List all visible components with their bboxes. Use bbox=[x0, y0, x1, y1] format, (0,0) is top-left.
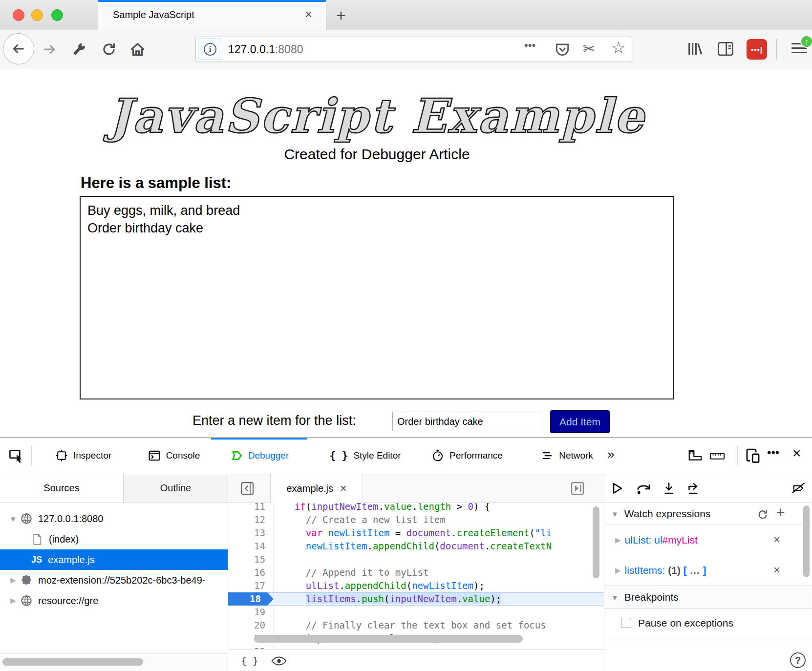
code-line: 22 bbox=[228, 645, 604, 649]
blackbox-eye-icon[interactable] bbox=[271, 656, 287, 666]
active-devtool-tab-indicator bbox=[211, 438, 307, 440]
line-number[interactable]: 12 bbox=[228, 513, 274, 526]
ruler-icon[interactable] bbox=[709, 452, 725, 461]
sources-panel-tabs: Sources Outline bbox=[0, 474, 228, 503]
line-number[interactable]: 16 bbox=[228, 566, 274, 579]
line-number[interactable]: 19 bbox=[228, 606, 274, 619]
tab-console[interactable]: Console bbox=[135, 438, 213, 473]
editor-tab-examplejs[interactable]: example.js × bbox=[270, 474, 363, 503]
style-editor-icon: { } bbox=[329, 450, 348, 461]
devtools-settings-icon[interactable]: ••• bbox=[767, 446, 779, 460]
tab-outline[interactable]: Outline bbox=[123, 474, 228, 503]
page-actions-icon[interactable]: ••• bbox=[524, 39, 535, 52]
tab-performance[interactable]: Performance bbox=[418, 438, 516, 473]
line-number[interactable]: 13 bbox=[228, 526, 274, 540]
resume-icon[interactable] bbox=[610, 482, 624, 495]
tab-debugger[interactable]: Debugger bbox=[211, 438, 307, 473]
help-icon[interactable]: ? bbox=[790, 652, 806, 668]
debugger-content: Sources Outline ▼ 127.0.0.1:8080 (index)… bbox=[0, 474, 812, 671]
tree-item-domain[interactable]: ▼ 127.0.0.1:8080 bbox=[3, 508, 228, 529]
console-icon bbox=[148, 449, 161, 462]
collapse-panel-icon[interactable] bbox=[240, 481, 255, 496]
tabbar-separator bbox=[737, 446, 738, 465]
responsive-design-icon[interactable] bbox=[746, 448, 760, 463]
tab-style-editor[interactable]: { } Style Editor bbox=[313, 438, 418, 473]
tab-close-icon[interactable]: × bbox=[305, 7, 312, 21]
more-tabs-chevron[interactable]: » bbox=[607, 447, 613, 462]
start-panel-toggle-icon[interactable] bbox=[570, 481, 585, 496]
code-text: listItems.push(inputNewItem.value); bbox=[274, 592, 501, 606]
browser-tab[interactable]: Sample JavaScript × bbox=[98, 0, 326, 30]
line-number[interactable]: 17 bbox=[228, 579, 274, 592]
onepassword-icon[interactable]: •••| bbox=[747, 39, 767, 60]
url-bar[interactable]: i 127.0.0.1:8080 ••• ✂ ☆ bbox=[195, 37, 632, 62]
editor-hscrollbar-thumb[interactable] bbox=[254, 635, 523, 643]
tree-item-examplejs[interactable]: JS example.js bbox=[0, 549, 228, 570]
close-window-button[interactable] bbox=[13, 9, 24, 21]
line-number[interactable]: 20 bbox=[228, 619, 274, 632]
reload-icon[interactable] bbox=[102, 42, 116, 57]
expander-closed-icon[interactable]: ▶ bbox=[615, 566, 621, 575]
sources-panel: Sources Outline ▼ 127.0.0.1:8080 (index)… bbox=[0, 474, 228, 671]
step-out-icon[interactable] bbox=[686, 482, 700, 495]
url-text[interactable]: 127.0.0.1:8080 bbox=[228, 43, 303, 56]
measure-tool-icon[interactable] bbox=[688, 449, 703, 461]
site-info-button[interactable]: i bbox=[198, 39, 222, 60]
tree-item-resource-gre[interactable]: ▶ resource://gre bbox=[3, 590, 228, 611]
forward-button[interactable] bbox=[42, 42, 57, 57]
editor-tab-close-icon[interactable]: × bbox=[340, 482, 346, 495]
step-over-icon[interactable] bbox=[636, 482, 652, 495]
paused-line-marker[interactable]: 18 bbox=[228, 592, 274, 606]
code-area[interactable]: 11 if(inputNewItem.value.length > 0) {12… bbox=[228, 503, 604, 649]
pretty-print-icon[interactable]: { } bbox=[241, 655, 258, 667]
bookmark-star-icon[interactable]: ☆ bbox=[611, 38, 626, 57]
add-watch-icon[interactable]: + bbox=[776, 504, 785, 521]
sources-hscrollbar-thumb[interactable] bbox=[2, 658, 143, 666]
expander-closed-icon[interactable]: ▶ bbox=[6, 596, 21, 605]
new-tab-button[interactable]: + bbox=[336, 6, 346, 25]
update-available-badge[interactable]: ↑ bbox=[800, 35, 812, 48]
tab-inspector[interactable]: Inspector bbox=[43, 438, 124, 473]
library-icon[interactable] bbox=[686, 41, 703, 57]
editor-vscrollbar-thumb[interactable] bbox=[593, 506, 599, 578]
section-open-triangle[interactable]: ▼ bbox=[611, 510, 619, 518]
line-number[interactable]: 14 bbox=[228, 540, 274, 553]
step-in-icon[interactable] bbox=[662, 482, 676, 495]
watch-expression-row[interactable]: ▶ ulList: ul#myList × bbox=[604, 525, 812, 555]
remove-watch-icon[interactable]: × bbox=[773, 563, 780, 577]
tab-network[interactable]: Network bbox=[527, 438, 607, 473]
new-item-input[interactable] bbox=[392, 412, 542, 431]
line-number[interactable]: 11 bbox=[228, 503, 274, 513]
minimize-window-button[interactable] bbox=[31, 9, 43, 21]
watch-expressions-header[interactable]: ▼ Watch expressions + bbox=[604, 503, 812, 525]
sources-hscrollbar-track[interactable] bbox=[0, 653, 228, 671]
pocket-icon[interactable] bbox=[555, 42, 570, 57]
home-icon[interactable] bbox=[130, 42, 145, 57]
tab-sources[interactable]: Sources bbox=[0, 474, 123, 503]
screenshot-scissors-icon[interactable]: ✂ bbox=[583, 40, 595, 57]
globe-icon bbox=[21, 513, 32, 524]
tree-item-moz-extension[interactable]: ▶ moz-extension://525b202c-6bc3-be49- bbox=[3, 570, 228, 590]
line-number[interactable]: 15 bbox=[228, 553, 274, 566]
sidebar-toggle-icon[interactable] bbox=[717, 41, 734, 57]
wrench-icon[interactable] bbox=[71, 42, 86, 57]
add-item-button[interactable]: Add Item bbox=[550, 410, 610, 433]
right-panel-vscrollbar-thumb[interactable] bbox=[803, 505, 810, 577]
expander-open-icon[interactable]: ▼ bbox=[6, 515, 21, 523]
back-button[interactable] bbox=[3, 33, 34, 64]
expander-closed-icon[interactable]: ▶ bbox=[615, 536, 621, 545]
skip-pauses-icon[interactable] bbox=[791, 482, 807, 494]
refresh-icon[interactable] bbox=[757, 509, 769, 521]
expander-closed-icon[interactable]: ▶ bbox=[6, 576, 21, 585]
zoom-window-button[interactable] bbox=[51, 9, 63, 21]
devtools-close-icon[interactable]: × bbox=[792, 445, 801, 461]
remove-watch-icon[interactable]: × bbox=[773, 533, 780, 546]
tree-item-index[interactable]: (index) bbox=[31, 529, 228, 549]
pick-element-icon[interactable] bbox=[9, 448, 24, 463]
watch-expression-row[interactable]: ▶ listItems: (1) [ … ] × bbox=[604, 555, 812, 586]
line-number[interactable]: 22 bbox=[228, 645, 274, 649]
breakpoints-header[interactable]: ▼ Breakpoints bbox=[604, 586, 812, 609]
pause-on-exceptions-checkbox[interactable] bbox=[621, 618, 631, 628]
pause-on-exceptions-row[interactable]: Pause on exceptions bbox=[604, 609, 812, 637]
section-open-triangle[interactable]: ▼ bbox=[611, 593, 619, 602]
